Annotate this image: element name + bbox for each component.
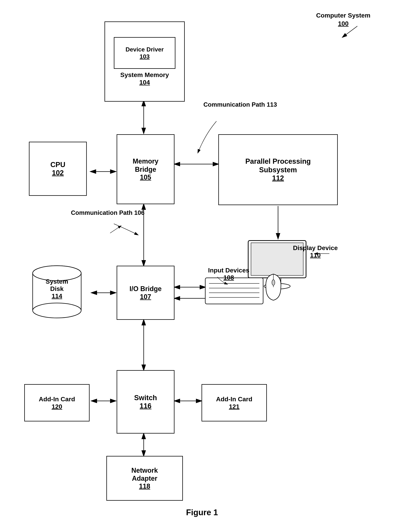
network-adapter-box: Network Adapter 118 xyxy=(106,456,183,501)
svg-point-36 xyxy=(272,280,275,285)
cpu-number: 102 xyxy=(52,169,64,177)
input-devices-label: Input Devices xyxy=(208,267,249,274)
mouse-svg xyxy=(262,272,285,306)
system-memory-label: System Memory xyxy=(120,71,169,79)
cpu-box: CPU 102 xyxy=(29,142,87,196)
device-driver-box: Device Driver 103 xyxy=(114,37,175,69)
comm-path-106-arrow xyxy=(108,224,123,235)
add-in-card-120-label: Add-In Card xyxy=(39,395,75,403)
computer-system-arrow xyxy=(339,24,361,39)
svg-point-28 xyxy=(33,303,81,318)
input-devices-container: Input Devices 108 xyxy=(204,267,298,328)
switch-number: 116 xyxy=(140,402,151,410)
system-memory-box: Device Driver 103 System Memory 104 xyxy=(104,21,185,102)
memory-bridge-box: Memory Bridge 105 xyxy=(117,134,174,204)
system-disk-label: System Disk xyxy=(34,278,80,292)
input-devices-arrow xyxy=(216,276,231,285)
add-in-card-121-box: Add-In Card 121 xyxy=(202,384,267,421)
switch-box: Switch 116 xyxy=(117,370,174,434)
svg-rect-30 xyxy=(205,278,263,304)
memory-bridge-number: 105 xyxy=(140,173,151,181)
svg-line-16 xyxy=(342,26,357,37)
io-bridge-label: I/O Bridge xyxy=(129,285,162,293)
figure-caption: Figure 1 xyxy=(186,508,218,517)
system-disk-number: 114 xyxy=(34,292,80,300)
add-in-card-121-number: 121 xyxy=(229,403,240,410)
io-bridge-box: I/O Bridge 107 xyxy=(117,266,174,320)
network-adapter-number: 118 xyxy=(139,482,150,490)
diagram: Computer System 100 Device Driver 103 Sy… xyxy=(0,0,404,532)
system-disk-container: System Disk 114 xyxy=(28,263,86,324)
memory-bridge-label: Memory Bridge xyxy=(133,157,158,173)
comm-path-113-label: Communication Path 113 xyxy=(203,101,277,109)
network-adapter-label: Network Adapter xyxy=(131,466,158,482)
comm-path-106-label: Communication Path 106 xyxy=(71,209,144,217)
parallel-processing-box: Parallel Processing Subsystem 112 xyxy=(218,134,338,205)
add-in-card-121-label: Add-In Card xyxy=(216,395,252,403)
switch-label: Switch xyxy=(134,394,157,402)
parallel-processing-label: Parallel Processing Subsystem xyxy=(245,157,311,174)
parallel-processing-number: 112 xyxy=(272,174,284,182)
add-in-card-120-number: 120 xyxy=(52,403,62,410)
device-driver-label: Device Driver xyxy=(126,46,164,53)
display-device-arrow xyxy=(312,250,330,257)
cpu-label: CPU xyxy=(50,161,65,169)
device-driver-number: 103 xyxy=(140,53,149,60)
add-in-card-120-box: Add-In Card 120 xyxy=(24,384,90,421)
system-memory-number: 104 xyxy=(139,79,150,86)
io-bridge-number: 107 xyxy=(140,293,151,301)
